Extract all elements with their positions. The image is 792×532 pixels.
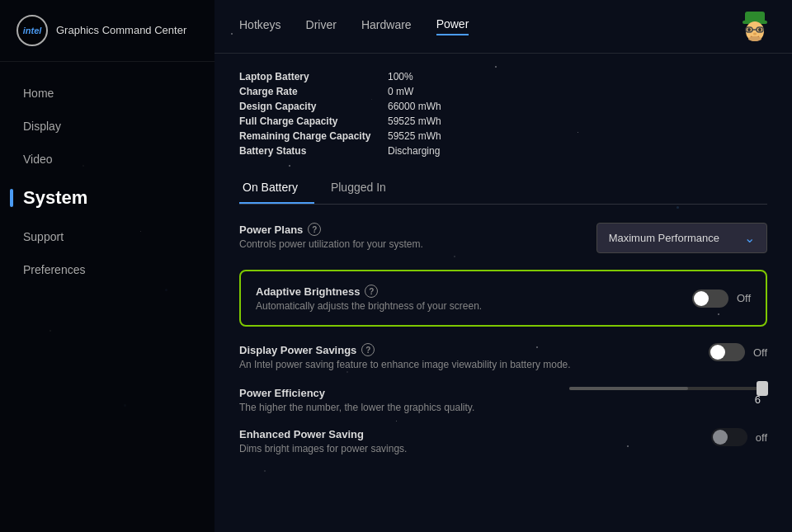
intel-logo: intel: [16, 15, 48, 46]
enhanced-power-saving-state-label: off: [756, 431, 767, 444]
enhanced-power-saving-desc: Dims bright images for power savings.: [239, 443, 711, 454]
display-power-savings-state-label: Off: [753, 346, 767, 359]
mascot-icon: [734, 7, 776, 48]
power-efficiency-slider-container: [569, 387, 767, 390]
laptop-battery-value: 100%: [388, 70, 767, 83]
laptop-battery-label: Laptop Battery: [239, 70, 388, 83]
app-header: intel Graphics Command Center: [0, 0, 214, 62]
display-power-savings-toggle[interactable]: [709, 343, 745, 361]
sidebar-item-display[interactable]: Display: [0, 111, 214, 141]
remaining-charge-value: 59525 mWh: [388, 129, 767, 143]
svg-point-8: [758, 28, 761, 31]
enhanced-power-saving-toggle[interactable]: [711, 428, 747, 446]
power-efficiency-slider-track: [569, 387, 767, 390]
power-efficiency-desc: The higher the number, the lower the gra…: [239, 402, 569, 413]
power-efficiency-row: Power Efficiency The higher the number, …: [239, 387, 767, 413]
sidebar-item-support[interactable]: Support: [0, 222, 214, 252]
adaptive-brightness-section: Adaptive Brightness ? Automatically adju…: [239, 270, 767, 327]
tab-power[interactable]: Power: [436, 17, 469, 35]
remaining-charge-label: Remaining Charge Capacity: [239, 129, 388, 143]
sidebar-nav: Home Display Video System Support Prefer…: [0, 62, 214, 301]
power-efficiency-label-group: Power Efficiency The higher the number, …: [239, 387, 569, 413]
enhanced-power-saving-title: Enhanced Power Saving: [239, 428, 711, 440]
display-power-savings-section: Display Power Savings ? An Intel power s…: [239, 343, 767, 370]
svg-point-9: [753, 33, 757, 35]
power-efficiency-title: Power Efficiency: [239, 387, 569, 399]
adaptive-brightness-label-group: Adaptive Brightness ? Automatically adju…: [256, 285, 692, 312]
sidebar-item-home[interactable]: Home: [0, 78, 214, 108]
sub-tab-on-battery[interactable]: On Battery: [239, 174, 314, 204]
power-plans-info-icon[interactable]: ?: [308, 223, 321, 236]
adaptive-brightness-info-icon[interactable]: ?: [365, 285, 378, 298]
adaptive-brightness-state-label: Off: [737, 292, 751, 304]
tab-hardware[interactable]: Hardware: [361, 18, 412, 35]
power-plans-label-group: Power Plans ? Controls power utilization…: [239, 223, 596, 250]
chevron-down-icon: ⌄: [744, 230, 755, 246]
power-efficiency-section: Power Efficiency The higher the number, …: [239, 387, 767, 413]
adaptive-brightness-title: Adaptive Brightness ?: [256, 285, 692, 298]
power-efficiency-slider-thumb[interactable]: [757, 381, 768, 396]
power-plans-title: Power Plans ?: [239, 223, 596, 236]
battery-status-label: Battery Status: [239, 144, 388, 158]
power-plans-desc: Controls power utilization for your syst…: [239, 238, 596, 250]
power-efficiency-slider-fill: [569, 387, 688, 390]
svg-point-7: [747, 28, 751, 31]
main-panel: Hotkeys Driver Hardware Power: [214, 0, 792, 532]
display-power-savings-toggle-group: Off: [709, 343, 767, 361]
tab-driver[interactable]: Driver: [306, 18, 337, 35]
power-plans-section: Power Plans ? Controls power utilization…: [239, 223, 767, 253]
display-power-savings-info-icon[interactable]: ?: [361, 343, 375, 356]
enhanced-power-saving-label-group: Enhanced Power Saving Dims bright images…: [239, 428, 711, 454]
adaptive-brightness-toggle[interactable]: [692, 290, 728, 308]
app-title: Graphics Command Center: [56, 24, 186, 38]
svg-point-10: [748, 36, 761, 41]
enhanced-power-saving-section: Enhanced Power Saving Dims bright images…: [239, 428, 767, 454]
sidebar-item-system[interactable]: System: [0, 177, 214, 219]
design-capacity-value: 66000 mWh: [388, 100, 767, 113]
power-plans-dropdown[interactable]: Maximum Performance ⌄: [596, 223, 767, 253]
charge-rate-label: Charge Rate: [239, 85, 388, 98]
enhanced-power-saving-row: Enhanced Power Saving Dims bright images…: [239, 428, 767, 454]
sub-tab-plugged-in[interactable]: Plugged In: [328, 174, 403, 204]
tab-hotkeys[interactable]: Hotkeys: [239, 18, 281, 35]
display-power-savings-desc: An Intel power saving feature to enhance…: [239, 359, 709, 370]
display-power-savings-row: Display Power Savings ? An Intel power s…: [239, 343, 767, 370]
charge-rate-value: 0 mW: [388, 85, 767, 98]
sidebar: intel Graphics Command Center Home Displ…: [0, 0, 214, 532]
full-charge-capacity-label: Full Charge Capacity: [239, 115, 388, 128]
sidebar-item-video[interactable]: Video: [0, 144, 214, 174]
battery-status-value: Discharging: [388, 144, 767, 158]
power-plans-selected: Maximum Performance: [609, 232, 719, 244]
sidebar-item-preferences[interactable]: Preferences: [0, 255, 214, 285]
design-capacity-label: Design Capacity: [239, 100, 388, 113]
sub-tabs: On Battery Plugged In: [239, 174, 767, 205]
adaptive-brightness-toggle-group: Off: [692, 290, 751, 308]
display-power-savings-title: Display Power Savings ?: [239, 343, 709, 356]
content-area: Laptop Battery 100% Charge Rate 0 mW Des…: [214, 54, 792, 532]
enhanced-power-saving-toggle-group: off: [711, 428, 767, 446]
full-charge-capacity-value: 59525 mWh: [388, 115, 767, 128]
adaptive-brightness-desc: Automatically adjusts the brightness of …: [256, 300, 692, 312]
display-power-savings-label-group: Display Power Savings ? An Intel power s…: [239, 343, 709, 370]
top-nav: Hotkeys Driver Hardware Power: [214, 0, 792, 54]
battery-info-section: Laptop Battery 100% Charge Rate 0 mW Des…: [239, 70, 767, 158]
